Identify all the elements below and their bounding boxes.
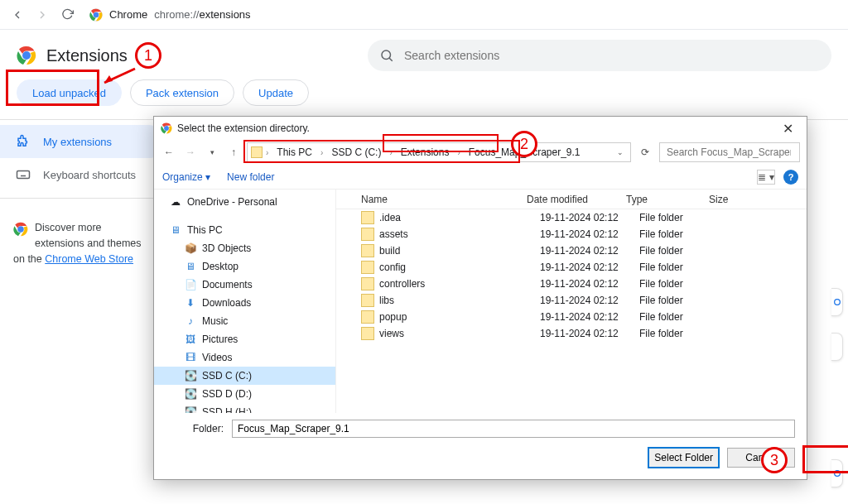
tree-item[interactable]: 🖼Pictures (154, 330, 335, 348)
crumb[interactable]: This PC (272, 145, 317, 160)
col-type[interactable]: Type (626, 194, 709, 205)
pc-icon: 🖥 (169, 224, 182, 236)
organize-menu[interactable]: Organize ▾ (162, 171, 210, 183)
back-button[interactable] (8, 6, 26, 24)
select-folder-button[interactable]: Select Folder (648, 448, 719, 468)
nav-back-button[interactable]: ← (161, 146, 177, 158)
folder-icon (361, 294, 374, 307)
tree-icon: 💽 (184, 388, 197, 400)
tree-icon: 💽 (184, 406, 197, 413)
tree-icon: 🖼 (184, 334, 197, 345)
dialog-search-input[interactable] (665, 146, 793, 159)
svg-point-4 (382, 50, 391, 60)
dialog-footer: Folder: Select Folder Cancel (154, 413, 807, 479)
tree-item[interactable]: 💽SSD C (C:) (154, 367, 335, 385)
chrome-logo-icon (17, 46, 36, 65)
update-button[interactable]: Update (243, 79, 309, 106)
webstore-link[interactable]: Chrome Web Store (45, 253, 133, 265)
page-title: Extensions (46, 46, 128, 65)
tree-item[interactable]: ⬇Downloads (154, 294, 335, 312)
sidebar-label: Keyboard shortcuts (43, 169, 136, 181)
col-name[interactable]: Name (361, 194, 527, 205)
crumb[interactable]: Extensions (396, 145, 455, 160)
search-icon (379, 48, 394, 63)
svg-point-8 (834, 300, 840, 305)
nav-up-button[interactable]: ↑ (225, 146, 242, 158)
file-row[interactable]: build19-11-2024 02:12File folder (336, 242, 807, 259)
sidebar-item-shortcuts[interactable]: Keyboard shortcuts (0, 158, 166, 191)
address-bar[interactable]: Chrome chrome://extensions (83, 3, 840, 26)
address-url: chrome://extensions (154, 8, 250, 21)
sidebar-item-my-extensions[interactable]: My extensions (0, 125, 166, 158)
card-peek (831, 333, 843, 361)
search-extensions[interactable] (368, 40, 831, 71)
tree-item[interactable]: 💽SSD D (D:) (154, 385, 335, 403)
file-row[interactable]: .idea19-11-2024 02:12File folder (336, 209, 807, 226)
tree-item[interactable]: 📦3D Objects (154, 239, 335, 257)
tree-icon: 💽 (184, 370, 197, 382)
folder-tree[interactable]: ☁OneDrive - Personal 🖥This PC 📦3D Object… (154, 190, 336, 413)
sidebar-label: My extensions (43, 136, 112, 148)
tree-item[interactable]: 🖥Desktop (154, 257, 335, 276)
search-extensions-input[interactable] (402, 48, 820, 63)
tree-icon: 📦 (184, 242, 197, 254)
file-row[interactable]: config19-11-2024 02:12File folder (336, 259, 807, 276)
reload-button[interactable] (58, 6, 76, 24)
cancel-button[interactable]: Cancel (727, 448, 795, 468)
tree-thispc[interactable]: 🖥This PC (154, 221, 335, 239)
folder-input[interactable] (232, 420, 795, 438)
tree-icon: ♪ (184, 315, 197, 327)
col-size[interactable]: Size (709, 194, 807, 205)
pack-extension-button[interactable]: Pack extension (130, 79, 234, 106)
svg-point-7 (17, 226, 24, 233)
file-row[interactable]: views19-11-2024 02:12File folder (336, 325, 807, 342)
tree-icon: 🖥 (184, 261, 197, 272)
tree-onedrive[interactable]: ☁OneDrive - Personal (154, 193, 335, 211)
nav-forward-button[interactable]: → (182, 146, 199, 158)
tree-icon: 🎞 (184, 352, 197, 363)
folder-icon (361, 228, 374, 241)
drive-icon (251, 146, 263, 158)
folder-label: Folder: (166, 423, 224, 434)
file-columns[interactable]: Name Date modified Type Size (336, 190, 807, 209)
browser-toolbar: Chrome chrome://extensions (0, 0, 848, 30)
nav-recent-dropdown[interactable]: ▾ (204, 148, 220, 156)
annotation-arrow-1 (98, 65, 139, 89)
file-row[interactable]: assets19-11-2024 02:12File folder (336, 226, 807, 242)
new-folder-button[interactable]: New folder (227, 171, 274, 183)
folder-icon (361, 310, 374, 324)
file-row[interactable]: controllers19-11-2024 02:12File folder (336, 276, 807, 292)
svg-point-9 (834, 471, 840, 477)
forward-button[interactable] (33, 6, 51, 24)
breadcrumb-bar[interactable]: › This PC› SSD C (C:)› Extensions› Focus… (247, 142, 631, 162)
svg-rect-5 (17, 171, 30, 179)
tree-item[interactable]: 📄Documents (154, 276, 335, 294)
tree-item[interactable]: ♪Music (154, 312, 335, 330)
folder-icon (361, 277, 374, 290)
folder-picker-dialog: Select the extension directory. ✕ ← → ▾ … (153, 116, 807, 480)
help-button[interactable]: ? (783, 170, 798, 185)
card-peek (831, 288, 843, 316)
crumb[interactable]: SSD C (C:) (326, 145, 386, 160)
file-row[interactable]: libs19-11-2024 02:12File folder (336, 292, 807, 309)
nav-refresh-button[interactable]: ⟳ (636, 146, 654, 158)
crumb[interactable]: Focus_Map_Scraper_9.1 (464, 145, 585, 160)
sidebar: My extensions Keyboard shortcuts Discove… (0, 120, 166, 266)
col-date[interactable]: Date modified (527, 194, 626, 205)
file-row[interactable]: popup19-11-2024 02:12File folder (336, 309, 807, 325)
svg-point-11 (164, 126, 169, 131)
chrome-icon (161, 122, 172, 134)
folder-icon (361, 244, 374, 257)
tree-item[interactable]: 💽SSD H (H:) (154, 403, 335, 413)
dialog-titlebar: Select the extension directory. ✕ (154, 117, 807, 140)
view-menu[interactable]: ≣ ▾ (757, 170, 775, 185)
address-label: Chrome (109, 8, 147, 21)
breadcrumb-dropdown-icon[interactable]: ⌄ (617, 148, 627, 156)
dialog-search[interactable] (659, 142, 800, 162)
close-button[interactable]: ✕ (775, 121, 800, 137)
tree-item[interactable]: 🎞Videos (154, 348, 335, 367)
cloud-icon: ☁ (169, 196, 182, 208)
discover-text: Discover more extensions and themes on t… (0, 205, 166, 266)
puzzle-icon (15, 134, 31, 149)
svg-point-3 (22, 51, 31, 60)
